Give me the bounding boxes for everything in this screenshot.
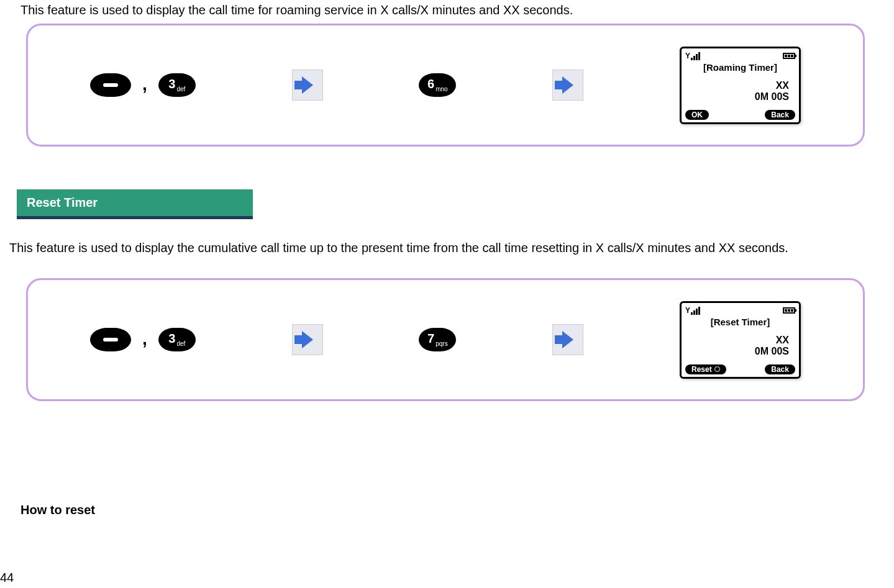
screen-title: [Roaming Timer] bbox=[685, 62, 795, 73]
key-3-icon: 3 def bbox=[158, 328, 196, 351]
key-3-icon: 3 def bbox=[158, 73, 196, 97]
signal-bars-icon bbox=[691, 307, 700, 315]
key-letters: pqrs bbox=[436, 340, 447, 347]
softkey-back: Back bbox=[765, 364, 795, 374]
softkey-back: Back bbox=[765, 110, 795, 120]
diagram-content: , 3 def 7 pqrs Y bbox=[53, 301, 838, 379]
screen-title: [Reset Timer] bbox=[685, 317, 795, 327]
diagram-content: , 3 def 6 mno Y bbox=[53, 47, 838, 124]
soft-key-icon bbox=[90, 73, 131, 97]
softkey-reset: Reset bbox=[685, 364, 726, 374]
key-letters: def bbox=[176, 340, 185, 347]
screen-line-1: XX bbox=[685, 335, 789, 346]
key-6-icon: 6 mno bbox=[419, 73, 456, 97]
key-digit: 6 bbox=[427, 77, 434, 91]
key-7-icon: 7 pqrs bbox=[419, 328, 456, 351]
key-digit: 3 bbox=[168, 332, 175, 346]
signal-bars-icon bbox=[691, 52, 700, 60]
comma-separator: , bbox=[142, 75, 147, 97]
intro-text: This feature is used to display the call… bbox=[21, 3, 573, 17]
section-header-reset-timer: Reset Timer bbox=[17, 189, 253, 219]
key-sequence-1: , 3 def bbox=[90, 73, 196, 97]
battery-icon bbox=[783, 307, 795, 314]
reset-timer-description: This feature is used to display the cumu… bbox=[9, 241, 788, 255]
signal-icon: Y bbox=[685, 306, 690, 315]
phone-screen-reset: Y [Reset Timer] XX 0M 00S Reset Back bbox=[680, 301, 801, 379]
screen-body: XX 0M 00S bbox=[685, 73, 795, 110]
screen-line-2: 0M 00S bbox=[685, 91, 789, 102]
screen-softkeys: OK Back bbox=[685, 110, 795, 120]
phone-screen-roaming: Y [Roaming Timer] XX 0M 00S OK Back bbox=[680, 47, 801, 124]
screen-body: XX 0M 00S bbox=[685, 327, 795, 364]
key-digit: 7 bbox=[427, 332, 434, 346]
arrow-icon bbox=[552, 324, 583, 355]
screen-status-bar: Y bbox=[685, 51, 795, 61]
key-letters: mno bbox=[436, 86, 447, 93]
roaming-timer-diagram: , 3 def 6 mno Y bbox=[26, 24, 865, 147]
key-digit: 3 bbox=[168, 77, 175, 91]
arrow-icon bbox=[292, 324, 323, 355]
how-to-reset-heading: How to reset bbox=[21, 503, 95, 517]
comma-separator: , bbox=[142, 329, 147, 351]
key-sequence-2: , 3 def bbox=[90, 328, 196, 351]
screen-line-2: 0M 00S bbox=[685, 346, 789, 357]
screen-line-1: XX bbox=[685, 80, 789, 91]
screen-softkeys: Reset Back bbox=[685, 364, 795, 374]
arrow-icon bbox=[552, 70, 583, 101]
key-letters: def bbox=[176, 86, 185, 93]
reset-timer-diagram: , 3 def 7 pqrs Y bbox=[26, 278, 865, 401]
softkey-ok: OK bbox=[685, 110, 709, 120]
arrow-icon bbox=[292, 70, 323, 101]
battery-icon bbox=[783, 53, 795, 59]
signal-icon: Y bbox=[685, 52, 690, 60]
soft-key-icon bbox=[90, 328, 131, 351]
screen-status-bar: Y bbox=[685, 305, 795, 315]
page-number: 44 bbox=[0, 571, 14, 585]
